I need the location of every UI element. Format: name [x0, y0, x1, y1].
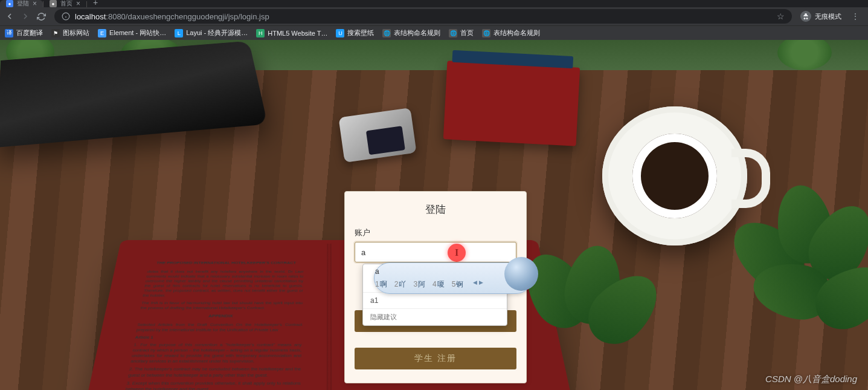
- tab-title: 登陆: [17, 0, 29, 8]
- bookmark-icon: E: [98, 29, 106, 37]
- bookmark-element[interactable]: EElement - 网站快…: [98, 28, 166, 37]
- page-content: THE PROPOSED INTERNATIONAL HOTELKEEPER'S…: [0, 40, 868, 390]
- url-input[interactable]: localhost:8080/daxueshengchengguodengji/…: [54, 9, 792, 24]
- ime-candidate[interactable]: 4嗄: [432, 279, 445, 290]
- cursor-indicator: I: [448, 244, 466, 262]
- close-icon[interactable]: ×: [76, 0, 80, 8]
- bookmarks-bar: 译百度翻译 ⚑图标网站 EElement - 网站快… LLayui - 经典开…: [0, 25, 868, 40]
- book-article: Article 1: [135, 335, 302, 340]
- address-bar: localhost:8080/daxueshengchengguodengji/…: [0, 7, 868, 25]
- book-text: 2. The hotelkeeper's contract may be con…: [127, 366, 301, 378]
- ime-globe-icon: [504, 257, 538, 291]
- tab-home[interactable]: ● 首页 ×: [43, 0, 86, 7]
- watermark: CSDN @八音盒doding: [765, 374, 857, 385]
- bookmark-icon: 译: [5, 29, 13, 37]
- ime-candidate[interactable]: 1啊: [375, 279, 387, 290]
- ime-composition: a: [363, 264, 507, 277]
- reload-button[interactable]: [36, 11, 46, 21]
- bookmark-icon: U: [336, 29, 344, 37]
- ime-candidate[interactable]: 2吖: [394, 279, 407, 290]
- bookmark-label: 搜索壁纸: [347, 28, 374, 37]
- bookmark-wallpaper[interactable]: U搜索壁纸: [336, 28, 374, 37]
- book-text: 1. For the purpose of this convention a …: [130, 342, 302, 365]
- book-text: Selected Articles from the Draft Convent…: [136, 322, 302, 333]
- url-text: localhost:8080/daxueshengchengguodengji/…: [75, 12, 772, 21]
- globe-icon: ●: [50, 0, 57, 7]
- ime-hide-suggestions[interactable]: 隐藏建议: [363, 308, 507, 325]
- close-icon[interactable]: ×: [33, 0, 37, 8]
- bookmark-label: 表结构命名规则: [394, 28, 440, 37]
- ime-candidate[interactable]: 3阿: [413, 279, 425, 290]
- back-button[interactable]: [5, 11, 14, 21]
- ime-candidates: 1啊 2吖 3阿 4嗄 5锕 ◀ ▶: [363, 277, 507, 292]
- ime-suggestion[interactable]: a1: [363, 292, 507, 308]
- tab-title: 首页: [60, 0, 72, 8]
- site-info-icon[interactable]: [62, 12, 70, 21]
- register-button[interactable]: 学生 注册: [355, 348, 516, 369]
- bookmark-naming1[interactable]: 🌐表结构命名规则: [382, 28, 440, 37]
- bookmark-star-icon[interactable]: ☆: [777, 11, 785, 21]
- plant-decor: [729, 179, 868, 336]
- bookmark-home[interactable]: 🌐首页: [449, 28, 474, 37]
- bookmark-layui[interactable]: LLayui - 经典开源模…: [175, 28, 248, 37]
- bookmark-label: Element - 网站快…: [109, 28, 166, 37]
- incognito-indicator: 无痕模式: [800, 11, 841, 22]
- forward-button: [21, 11, 30, 21]
- globe-icon: 🌐: [482, 29, 490, 37]
- tab-login[interactable]: ● 登陆 ×: [0, 0, 43, 7]
- bookmark-baidu[interactable]: 译百度翻译: [5, 28, 43, 37]
- grass-blob: [777, 40, 832, 70]
- bookmark-icon: L: [175, 29, 183, 37]
- globe-icon: ●: [6, 0, 13, 7]
- book-heading: THE PROPOSED INTERNATIONAL HOTELKEEPER'S…: [149, 261, 304, 265]
- account-label: 账户: [355, 227, 516, 238]
- bookmark-html5[interactable]: HHTML5 Website T…: [256, 29, 327, 37]
- bookmark-label: 首页: [460, 28, 474, 37]
- book-text: 3. Except when this convention provides …: [125, 380, 301, 390]
- bookmark-label: 百度翻译: [16, 28, 43, 37]
- coffee-cup-decor: [602, 106, 747, 245]
- bookmark-label: 表结构命名规则: [493, 28, 540, 37]
- bookmark-naming2[interactable]: 🌐表结构命名规则: [482, 28, 540, 37]
- globe-icon: 🌐: [449, 29, 457, 37]
- book-stack-decor: [443, 60, 580, 146]
- bookmark-icon: H: [256, 29, 265, 37]
- incognito-label: 无痕模式: [815, 12, 841, 21]
- book-subheading: APPENDIX: [138, 314, 302, 319]
- flag-icon: ⚑: [51, 29, 60, 37]
- book-text: dictes that it does not benefit any hote…: [143, 269, 304, 298]
- bookmark-label: Layui - 经典开源模…: [186, 28, 248, 37]
- ime-popup: a 1啊 2吖 3阿 4嗄 5锕 ◀ ▶ a1 隐藏建议: [362, 264, 507, 326]
- ime-pager[interactable]: ◀ ▶: [473, 279, 483, 290]
- book-text: The IHA is in favor of harmonizing hotel…: [140, 301, 303, 311]
- account-input[interactable]: [355, 242, 516, 262]
- incognito-icon: [800, 11, 811, 22]
- bookmark-label: 图标网站: [63, 28, 89, 37]
- book-left-page: THE PROPOSED INTERNATIONAL HOTELKEEPER'S…: [101, 252, 320, 390]
- menu-button[interactable]: ⋮: [847, 11, 863, 21]
- new-tab-button[interactable]: +: [87, 0, 104, 7]
- tab-strip: ● 登陆 × ● 首页 × +: [0, 0, 868, 7]
- bookmark-label: HTML5 Website T…: [268, 30, 327, 37]
- ime-candidate[interactable]: 5锕: [452, 279, 464, 290]
- globe-icon: 🌐: [382, 29, 391, 37]
- login-title: 登陆: [355, 203, 516, 216]
- bookmark-icons[interactable]: ⚑图标网站: [51, 28, 89, 37]
